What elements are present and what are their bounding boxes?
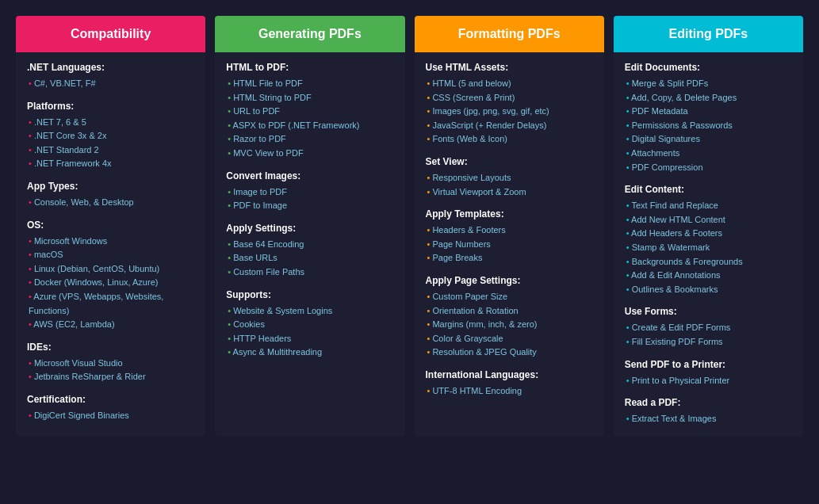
list-item: Color & Grayscale: [426, 332, 593, 346]
list-item: MVC View to PDF: [226, 147, 393, 161]
list-item: Azure (VPS, Webapps, Websites, Functions…: [27, 290, 194, 318]
list-item: Orientation & Rotation: [426, 304, 593, 319]
list-item: Base URLs: [226, 251, 393, 265]
section-title: Apply Page Settings:: [426, 275, 593, 286]
section-title: Send PDF to a Printer:: [625, 359, 792, 370]
list-item: Text Find and Replace: [625, 199, 792, 213]
section-title: Use HTML Assets:: [426, 62, 593, 73]
list-item: Add New HTML Content: [625, 213, 792, 227]
section-title: .NET Languages:: [27, 62, 194, 73]
list-item: DigiCert Signed Binaries: [27, 409, 194, 423]
list-item: HTML String to PDF: [226, 91, 393, 105]
section-title: Apply Settings:: [226, 223, 393, 234]
list-item: Images (jpg, png, svg, gif, etc): [426, 105, 593, 119]
section-title: Set View:: [426, 156, 593, 167]
list-item: .NET 7, 6 & 5: [27, 116, 194, 130]
card-body-formatting-pdfs: Use HTML Assets:HTML (5 and below)CSS (S…: [415, 52, 604, 408]
list-item: Digital Signatures: [625, 132, 792, 147]
section-title: Read a PDF:: [625, 397, 792, 408]
list-item: Extract Text & Images: [625, 412, 792, 426]
card-compatibility: Compatibility.NET Languages:C#, VB.NET, …: [16, 16, 205, 436]
list-item: Merge & Split PDFs: [625, 77, 792, 91]
card-header-editing-pdfs: Editing PDFs: [614, 16, 803, 52]
list-item: Cookies: [226, 318, 393, 332]
list-item: .NET Standard 2: [27, 143, 194, 158]
list-item: HTML (5 and below): [426, 77, 593, 91]
list-item: Virtual Viewport & Zoom: [426, 185, 593, 200]
list-item: Responsive Layouts: [426, 171, 593, 185]
list-item: .NET Framework 4x: [27, 157, 194, 171]
list-item: CSS (Screen & Print): [426, 91, 593, 105]
list-item: Outlines & Bookmarks: [625, 283, 792, 297]
list-item: Attachments: [625, 147, 792, 161]
card-formatting-pdfs: Formatting PDFsUse HTML Assets:HTML (5 a…: [415, 16, 604, 436]
card-body-editing-pdfs: Edit Documents:Merge & Split PDFsAdd, Co…: [614, 52, 803, 436]
list-item: Stamp & Watermark: [625, 241, 792, 255]
card-editing-pdfs: Editing PDFsEdit Documents:Merge & Split…: [614, 16, 803, 436]
list-item: Page Breaks: [426, 251, 593, 265]
section-title: OS:: [27, 220, 194, 231]
section-title: Convert Images:: [226, 170, 393, 181]
list-item: HTML File to PDF: [226, 77, 393, 91]
main-grid: Compatibility.NET Languages:C#, VB.NET, …: [16, 16, 803, 436]
section-title: HTML to PDF:: [226, 62, 393, 73]
list-item: Create & Edit PDF Forms: [625, 321, 792, 335]
list-item: Add Headers & Footers: [625, 227, 792, 241]
card-body-generating-pdfs: HTML to PDF:HTML File to PDFHTML String …: [215, 52, 404, 369]
list-item: UTF-8 HTML Encoding: [426, 384, 593, 399]
list-item: Base 64 Encoding: [226, 238, 393, 252]
list-item: ASPX to PDF (.NET Framework): [226, 119, 393, 133]
list-item: Custom Paper Size: [426, 290, 593, 304]
list-item: Margins (mm, inch, & zero): [426, 318, 593, 332]
section-title: Platforms:: [27, 101, 194, 112]
list-item: Docker (Windows, Linux, Azure): [27, 276, 194, 290]
section-title: App Types:: [27, 181, 194, 192]
list-item: JavaScript (+ Render Delays): [426, 119, 593, 133]
section-title: IDEs:: [27, 342, 194, 353]
list-item: Microsoft Windows: [27, 235, 194, 249]
list-item: HTTP Headers: [226, 332, 393, 346]
list-item: URL to PDF: [226, 105, 393, 119]
list-item: Fill Existing PDF Forms: [625, 335, 792, 349]
list-item: Razor to PDF: [226, 132, 393, 147]
list-item: Add, Copy, & Delete Pages: [625, 91, 792, 105]
section-title: Edit Content:: [625, 184, 792, 195]
list-item: Backgrounds & Foregrounds: [625, 255, 792, 269]
list-item: PDF to Image: [226, 199, 393, 213]
list-item: macOS: [27, 248, 194, 262]
card-header-compatibility: Compatibility: [16, 16, 205, 52]
card-header-formatting-pdfs: Formatting PDFs: [415, 16, 604, 52]
list-item: Headers & Footers: [426, 223, 593, 238]
card-generating-pdfs: Generating PDFsHTML to PDF:HTML File to …: [215, 16, 404, 436]
list-item: Linux (Debian, CentOS, Ubuntu): [27, 262, 194, 277]
list-item: Microsoft Visual Studio: [27, 357, 194, 371]
section-title: Supports:: [226, 289, 393, 300]
list-item: Async & Multithreading: [226, 346, 393, 360]
list-item: Image to PDF: [226, 185, 393, 200]
section-title: International Languages:: [426, 369, 593, 380]
list-item: PDF Compression: [625, 161, 792, 175]
list-item: Permissions & Passwords: [625, 119, 792, 133]
list-item: Custom File Paths: [226, 265, 393, 280]
card-body-compatibility: .NET Languages:C#, VB.NET, F#Platforms:.…: [16, 52, 205, 433]
list-item: AWS (EC2, Lambda): [27, 318, 194, 332]
list-item: Website & System Logins: [226, 304, 393, 319]
list-item: Resolution & JPEG Quality: [426, 346, 593, 360]
section-title: Edit Documents:: [625, 62, 792, 73]
list-item: .NET Core 3x & 2x: [27, 129, 194, 143]
section-title: Certification:: [27, 394, 194, 405]
card-header-generating-pdfs: Generating PDFs: [215, 16, 404, 52]
section-title: Use Forms:: [625, 306, 792, 317]
list-item: C#, VB.NET, F#: [27, 77, 194, 91]
list-item: Console, Web, & Desktop: [27, 196, 194, 210]
section-title: Apply Templates:: [426, 208, 593, 220]
list-item: PDF Metadata: [625, 105, 792, 119]
list-item: Print to a Physical Printer: [625, 374, 792, 388]
list-item: Fonts (Web & Icon): [426, 132, 593, 147]
list-item: Page Numbers: [426, 238, 593, 252]
list-item: Jetbrains ReSharper & Rider: [27, 370, 194, 384]
list-item: Add & Edit Annotations: [625, 269, 792, 283]
